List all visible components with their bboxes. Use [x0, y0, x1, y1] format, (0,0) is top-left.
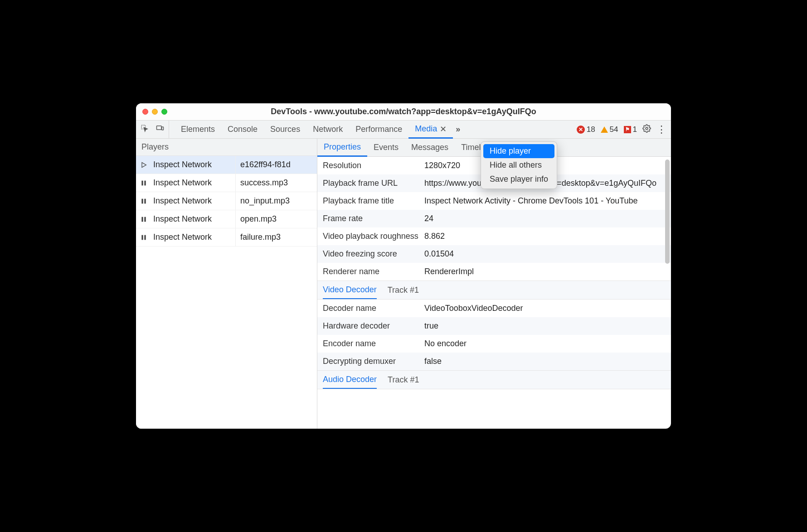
errors-badge[interactable]: ✕ 18	[577, 125, 595, 134]
context-menu-item[interactable]: Save player info	[483, 172, 554, 186]
property-row: Video freezing score0.01504	[317, 245, 671, 263]
player-row[interactable]: Inspect Networkno_input.mp3	[136, 192, 317, 210]
issues-badge[interactable]: ⚑ 1	[624, 125, 637, 134]
property-label: Video playback roughness	[323, 232, 424, 241]
svg-rect-6	[144, 180, 146, 185]
svg-rect-8	[144, 198, 146, 203]
player-row[interactable]: Inspect Networkfailure.mp3	[136, 228, 317, 247]
svg-point-3	[646, 127, 648, 130]
property-row: Frame rate24	[317, 210, 671, 227]
player-label: Inspect Network	[151, 192, 236, 210]
section-track[interactable]: Track #1	[388, 285, 419, 295]
property-label: Decoder name	[323, 304, 424, 313]
property-value: 24	[424, 214, 666, 223]
property-row: Hardware decodertrue	[317, 317, 671, 335]
property-label: Video freezing score	[323, 249, 424, 259]
property-label: Renderer name	[323, 267, 424, 276]
players-header: Players	[136, 139, 317, 156]
property-value: 8.862	[424, 232, 666, 241]
tab-sources[interactable]: Sources	[264, 121, 306, 138]
property-label: Playback frame title	[323, 196, 424, 206]
property-row: Encoder nameNo encoder	[317, 335, 671, 353]
player-file: failure.mp3	[236, 232, 317, 242]
play-icon	[136, 161, 151, 169]
pause-icon	[136, 234, 151, 241]
subtab-messages[interactable]: Messages	[405, 139, 455, 156]
tab-network[interactable]: Network	[306, 121, 349, 138]
property-row: Renderer nameRendererImpl	[317, 263, 671, 281]
svg-rect-2	[162, 127, 164, 130]
device-toolbar-icon[interactable]	[156, 124, 164, 135]
svg-rect-11	[141, 235, 143, 240]
svg-rect-1	[157, 126, 162, 130]
property-label: Decrypting demuxer	[323, 357, 424, 366]
player-file: no_input.mp3	[236, 196, 317, 206]
property-label: Resolution	[323, 161, 424, 170]
section-title[interactable]: Audio Decoder	[323, 371, 377, 389]
svg-rect-9	[141, 217, 143, 222]
tab-elements[interactable]: Elements	[175, 121, 221, 138]
player-row[interactable]: Inspect Networke162ff94-f81d	[136, 156, 317, 174]
property-value: 0.01504	[424, 249, 666, 259]
player-label: Inspect Network	[151, 210, 236, 228]
svg-marker-4	[142, 162, 146, 167]
property-row: Decoder nameVideoTooboxVideoDecoder	[317, 300, 671, 317]
player-label: Inspect Network	[151, 156, 236, 174]
property-label: Encoder name	[323, 339, 424, 348]
player-file: e162ff94-f81d	[236, 160, 317, 169]
content-area: Players Inspect Networke162ff94-f81dInsp…	[136, 139, 671, 429]
errors-count: 18	[587, 125, 595, 134]
property-row: Decrypting demuxerfalse	[317, 353, 671, 370]
player-label: Inspect Network	[151, 228, 236, 246]
warnings-badge[interactable]: 54	[601, 125, 618, 134]
tab-performance[interactable]: Performance	[349, 121, 408, 138]
property-row: Playback frame titleInspect Network Acti…	[317, 192, 671, 210]
subtab-properties[interactable]: Properties	[317, 139, 367, 157]
devtools-toolbar: ElementsConsoleSourcesNetworkPerformance…	[136, 121, 671, 139]
property-value: false	[424, 357, 666, 366]
player-context-menu: Hide playerHide all othersSave player in…	[481, 141, 557, 189]
context-menu-item[interactable]: Hide all others	[483, 158, 554, 172]
window-title: DevTools - www.youtube.com/watch?app=des…	[136, 107, 671, 116]
player-file: success.mp3	[236, 178, 317, 188]
pause-icon	[136, 216, 151, 223]
property-label: Playback frame URL	[323, 179, 424, 188]
svg-rect-7	[141, 198, 143, 203]
error-icon: ✕	[577, 126, 585, 134]
flag-icon: ⚑	[624, 126, 631, 133]
toolbar-tools	[136, 121, 169, 138]
property-value: No encoder	[424, 339, 666, 348]
scrollbar[interactable]	[665, 160, 670, 264]
property-value: VideoTooboxVideoDecoder	[424, 304, 666, 313]
toolbar-right: ✕ 18 54 ⚑ 1 ⋮	[577, 124, 671, 135]
warning-icon	[601, 126, 608, 133]
warnings-count: 54	[610, 125, 618, 134]
section-title[interactable]: Video Decoder	[323, 281, 377, 299]
more-tabs-icon[interactable]: »	[456, 125, 460, 134]
details-pane: PropertiesEventsMessagesTimeline Resolut…	[317, 139, 671, 429]
player-row[interactable]: Inspect Networksuccess.mp3	[136, 174, 317, 192]
tab-media[interactable]: Media✕	[408, 121, 453, 139]
settings-icon[interactable]	[642, 124, 651, 135]
property-value: true	[424, 321, 666, 331]
svg-rect-10	[144, 217, 146, 222]
issues-count: 1	[633, 125, 637, 134]
tab-console[interactable]: Console	[221, 121, 264, 138]
property-value: Inspect Network Activity - Chrome DevToo…	[424, 196, 666, 206]
close-tab-icon[interactable]: ✕	[440, 124, 447, 134]
devtools-window: DevTools - www.youtube.com/watch?app=des…	[136, 103, 671, 429]
section-header: Audio DecoderTrack #1	[317, 370, 671, 389]
players-list: Inspect Networke162ff94-f81dInspect Netw…	[136, 156, 317, 247]
player-row[interactable]: Inspect Networkopen.mp3	[136, 210, 317, 228]
property-label: Frame rate	[323, 214, 424, 223]
context-menu-item[interactable]: Hide player	[483, 144, 554, 158]
property-row: Video playback roughness8.862	[317, 227, 671, 245]
players-sidebar: Players Inspect Networke162ff94-f81dInsp…	[136, 139, 317, 429]
pause-icon	[136, 198, 151, 205]
properties-panel: Resolution1280x720Playback frame URLhttp…	[317, 157, 671, 429]
player-label: Inspect Network	[151, 174, 236, 192]
property-label: Hardware decoder	[323, 321, 424, 331]
subtab-events[interactable]: Events	[367, 139, 405, 156]
inspect-element-icon[interactable]	[141, 124, 149, 135]
section-track[interactable]: Track #1	[388, 375, 419, 385]
